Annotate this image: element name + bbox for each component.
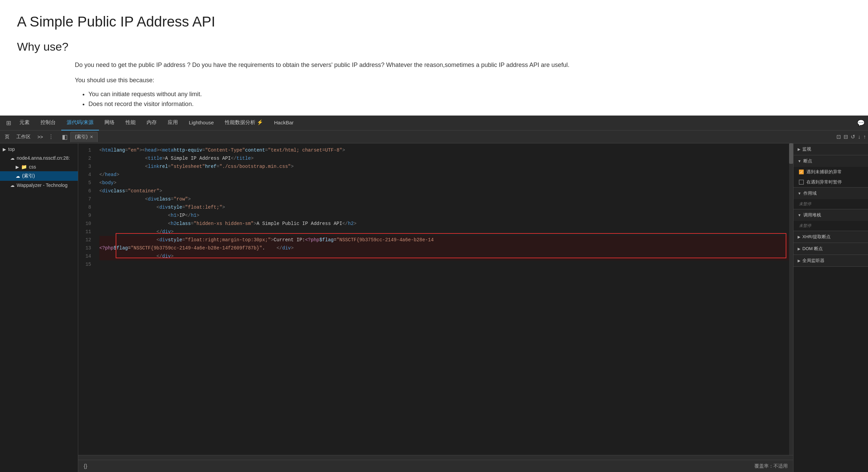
bullet-item-1: You can initiate requests without any li…	[88, 91, 851, 98]
tab-network[interactable]: 网络	[99, 116, 120, 130]
file-tab-label: (索引)	[75, 134, 87, 140]
tab-elements[interactable]: 元素	[14, 116, 35, 130]
debug-panel: ▶ 监视 ▼ 断点 ✓ 遇到未捕获的异常 在遇到异常时暂停	[793, 143, 868, 472]
watch-header[interactable]: ▶ 监视	[794, 143, 868, 155]
code-statusbar: {} 覆盖率：不适用	[78, 460, 793, 472]
code-line-3: <link rel="stylesheet" href="./css/boots…	[99, 162, 793, 171]
watch-label: 监视	[802, 146, 811, 152]
nav-workspace[interactable]: 工作区	[14, 134, 33, 140]
bullet-list: You can initiate requests without any li…	[88, 91, 851, 108]
tab-performance[interactable]: 性能	[120, 116, 141, 130]
bullet-item-2: Does not record the visitor information.	[88, 101, 851, 108]
nav-more-options[interactable]: ⋮	[47, 134, 55, 140]
global-header[interactable]: ▶ 全局监听器	[794, 255, 868, 266]
code-line-9: <h1>IP</h1>	[99, 211, 793, 220]
nav-page[interactable]: 页	[2, 134, 12, 140]
breakpoints-header[interactable]: ▼ 断点	[794, 155, 868, 167]
tree-item-label: Wappalyzer - Technolog	[17, 182, 67, 188]
scope-label: 作用域	[803, 190, 817, 196]
global-arrow-icon: ▶	[798, 259, 800, 263]
callstack-arrow-icon: ▼	[798, 213, 801, 217]
scope-header[interactable]: ▼ 作用域	[794, 188, 868, 199]
debug-section-callstack: ▼ 调用堆栈 未暂停	[794, 209, 868, 231]
file-tab-close[interactable]: ✕	[90, 135, 93, 139]
xhr-header[interactable]: ▶ XHR/提取断点	[794, 231, 868, 243]
tab-application[interactable]: 应用	[162, 116, 183, 130]
tree-item-top[interactable]: ▶ top	[0, 145, 78, 154]
file-tree: ▶ top ☁ node4.anna.nssctf.cn:28: ▶ 📁 css…	[0, 143, 78, 472]
format-icon[interactable]: {}	[84, 463, 87, 469]
debug-section-scope: ▼ 作用域 未暂停	[794, 188, 868, 209]
scope-empty: 未暂停	[794, 199, 868, 209]
debug-section-xhr: ▶ XHR/提取断点	[794, 231, 868, 243]
code-scrollbar[interactable]	[78, 455, 793, 460]
callstack-label: 调用堆栈	[803, 212, 821, 218]
refresh-icon[interactable]: ↺	[851, 134, 855, 140]
code-line-1: <html lang="en"><head><meta http-equiv="…	[99, 146, 793, 154]
tab-lighthouse[interactable]: Lighthouse	[183, 116, 219, 130]
xhr-label: XHR/提取断点	[802, 234, 831, 240]
tab-sources[interactable]: 源代码/来源	[61, 116, 99, 130]
code-line-11: </div>	[99, 228, 793, 236]
breakpoints-arrow-icon: ▼	[798, 159, 801, 163]
code-line-13: <?php $flag="NSSCTF{9b3759cc-2149-4a6e-b…	[99, 244, 793, 252]
debug-section-global: ▶ 全局监听器	[794, 255, 868, 267]
checkbox-exception[interactable]	[799, 180, 804, 185]
tree-item-css[interactable]: ▶ 📁 css	[0, 162, 78, 171]
tree-item-label: node4.anna.nssctf.cn:28:	[17, 155, 70, 161]
scroll-thumb[interactable]	[789, 143, 793, 164]
tree-item-label: 📁	[21, 164, 27, 170]
devtools-panel: ⊞ 元素 控制台 源代码/来源 网络 性能 内存 应用 Lighthouse 性…	[0, 116, 868, 472]
folder-arrow-icon: ▶	[16, 164, 19, 170]
breakpoint-uncaught-label: 遇到未捕获的异常	[806, 169, 842, 175]
watch-arrow-icon: ▶	[798, 147, 800, 152]
description: Do you need to get the public IP address…	[75, 60, 851, 70]
why-title: Why use?	[17, 40, 851, 53]
tab-perfdata[interactable]: 性能数据分析 ⚡	[219, 116, 269, 130]
tree-item-index[interactable]: ☁ (索引)	[0, 171, 78, 181]
main-content: A Simple Public IP Address API Why use? …	[0, 0, 868, 116]
breakpoint-uncaught: ✓ 遇到未捕获的异常	[794, 167, 868, 177]
tree-arrow-icon: ▶	[3, 147, 6, 152]
tree-item-host[interactable]: ☁ node4.anna.nssctf.cn:28:	[0, 154, 78, 162]
nav-more[interactable]: >>	[35, 134, 46, 140]
scope-arrow-icon: ▼	[798, 191, 801, 195]
checkbox-uncaught[interactable]: ✓	[799, 170, 804, 174]
tab-memory[interactable]: 内存	[141, 116, 162, 130]
code-line-4: </head>	[99, 171, 793, 179]
sourcebar-right: ⊡ ⊟ ↺ ↓ ↑	[836, 134, 866, 140]
panel-layout-icon[interactable]: ⊡	[836, 134, 841, 140]
split-icon[interactable]: ⊟	[844, 134, 848, 140]
tab-hackbar[interactable]: HackBar	[269, 116, 299, 130]
code-content: 1 2 3 4 5 6 7 8 9 10 11 12 13 14 15	[78, 143, 793, 455]
download-icon[interactable]: ↓	[858, 134, 861, 140]
code-line-7: <div class="row">	[99, 195, 793, 203]
cloud-icon2: ☁	[10, 183, 15, 188]
upload-icon[interactable]: ↑	[863, 134, 866, 140]
line-numbers: 1 2 3 4 5 6 7 8 9 10 11 12 13 14 15	[78, 143, 95, 455]
devtools-body: ▶ top ☁ node4.anna.nssctf.cn:28: ▶ 📁 css…	[0, 143, 868, 472]
global-label: 全局监听器	[802, 258, 824, 264]
xhr-arrow-icon: ▶	[798, 235, 800, 239]
dom-header[interactable]: ▶ DOM 断点	[794, 243, 868, 255]
tree-item-wappalyzer[interactable]: ☁ Wappalyzer - Technolog	[0, 181, 78, 190]
open-file-tab[interactable]: (索引) ✕	[70, 132, 97, 142]
code-line-15	[99, 260, 793, 268]
tree-item-label: top	[8, 146, 15, 152]
sources-tab-area: ◧ (索引) ✕	[62, 132, 97, 142]
cloud-icon: ☁	[10, 156, 15, 161]
device-toolbar-icon[interactable]: ⊞	[3, 119, 14, 127]
debug-section-watch: ▶ 监视	[794, 143, 868, 155]
code-lines: <html lang="en"><head><meta http-equiv="…	[95, 143, 793, 455]
sidebar-toggle-icon[interactable]: ◧	[62, 133, 68, 141]
debug-section-breakpoints: ▼ 断点 ✓ 遇到未捕获的异常 在遇到异常时暂停	[794, 155, 868, 188]
code-line-8: <div style="float:left;">	[99, 203, 793, 211]
you-should: You should use this because:	[75, 75, 851, 85]
dom-label: DOM 断点	[802, 246, 823, 252]
tree-item-label: css	[29, 164, 36, 170]
chat-icon[interactable]: 💬	[857, 119, 865, 127]
scroll-indicator[interactable]	[789, 143, 793, 455]
tabbar-right: 💬	[857, 119, 865, 127]
callstack-header[interactable]: ▼ 调用堆栈	[794, 209, 868, 221]
tab-console[interactable]: 控制台	[35, 116, 61, 130]
